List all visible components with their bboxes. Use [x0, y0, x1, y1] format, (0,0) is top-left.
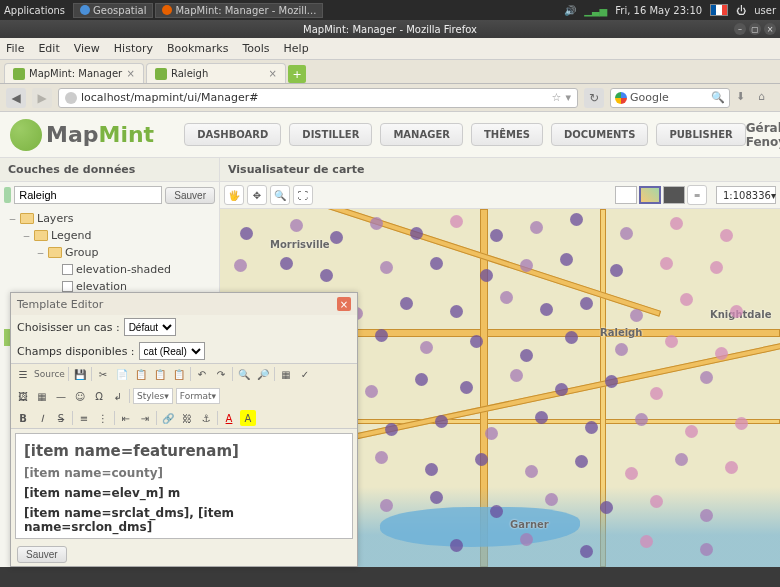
close-tab-icon[interactable]: ×: [127, 68, 135, 79]
current-user[interactable]: user: [754, 5, 776, 16]
nav-documents[interactable]: DOCUMENTS: [551, 123, 648, 146]
nav-publisher[interactable]: PUBLISHER: [656, 123, 745, 146]
numlist-icon[interactable]: ≡: [76, 410, 92, 426]
paste-icon[interactable]: 📋: [133, 366, 149, 382]
image-icon[interactable]: 🖼: [15, 388, 31, 404]
power-icon[interactable]: ⏻: [736, 5, 746, 16]
menu-edit[interactable]: Edit: [38, 42, 59, 55]
paste-word-icon[interactable]: 📋: [171, 366, 187, 382]
tab-raleigh[interactable]: Raleigh×: [146, 63, 286, 83]
checkbox-icon[interactable]: [62, 281, 73, 292]
search-engine-select[interactable]: Google🔍: [610, 88, 730, 108]
map-dot: [585, 421, 598, 434]
reload-button[interactable]: ↻: [584, 88, 604, 108]
fields-select[interactable]: cat (Real): [139, 342, 205, 360]
task-geospatial[interactable]: Geospatial: [73, 3, 153, 18]
tree-legend[interactable]: −Legend: [4, 227, 215, 244]
template-save-button[interactable]: Sauver: [17, 546, 67, 563]
smiley-icon[interactable]: ☺: [72, 388, 88, 404]
menu-view[interactable]: View: [74, 42, 100, 55]
indent-icon[interactable]: ⇥: [137, 410, 153, 426]
outdent-icon[interactable]: ⇤: [118, 410, 134, 426]
tree-root[interactable]: −Layers: [4, 210, 215, 227]
home-icon[interactable]: ⌂: [758, 90, 774, 106]
layers-toggle[interactable]: ≡: [687, 185, 707, 205]
bold-icon[interactable]: B: [15, 410, 31, 426]
anchor-icon[interactable]: ⚓: [198, 410, 214, 426]
save-layers-button[interactable]: Sauver: [165, 187, 215, 204]
menu-tools[interactable]: Tools: [242, 42, 269, 55]
strike-icon[interactable]: S: [53, 410, 69, 426]
spell-icon[interactable]: ✓: [297, 366, 313, 382]
window-close[interactable]: ×: [764, 23, 776, 35]
keyboard-layout-icon[interactable]: [710, 4, 728, 16]
forward-button[interactable]: ▶: [32, 88, 52, 108]
special-icon[interactable]: Ω: [91, 388, 107, 404]
applications-menu[interactable]: Applications: [4, 5, 65, 16]
download-icon[interactable]: ⬇: [736, 90, 752, 106]
table-icon[interactable]: ▦: [34, 388, 50, 404]
source-btn[interactable]: ☰: [15, 366, 31, 382]
nav-themes[interactable]: THÊMES: [471, 123, 543, 146]
window-minimize[interactable]: –: [734, 23, 746, 35]
link-icon[interactable]: 🔗: [160, 410, 176, 426]
close-tab-icon[interactable]: ×: [269, 68, 277, 79]
task-firefox[interactable]: MapMint: Manager - Mozill...: [155, 3, 323, 18]
save-icon[interactable]: 💾: [72, 366, 88, 382]
nav-manager[interactable]: MANAGER: [380, 123, 463, 146]
italic-icon[interactable]: I: [34, 410, 50, 426]
scale-select[interactable]: 1:108336▾: [716, 186, 776, 204]
replace-icon[interactable]: 🔎: [255, 366, 271, 382]
url-input[interactable]: localhost/mapmint/ui/Manager#☆▾: [58, 88, 578, 108]
select-all-icon[interactable]: ▦: [278, 366, 294, 382]
basemap-blank[interactable]: [615, 186, 637, 204]
bgcolor-icon[interactable]: A: [240, 410, 256, 426]
unlink-icon[interactable]: ⛓: [179, 410, 195, 426]
tree-layer-0[interactable]: elevation-shaded: [4, 261, 215, 278]
star-icon[interactable]: ☆: [552, 91, 562, 104]
redo-icon[interactable]: ↷: [213, 366, 229, 382]
app-user[interactable]: Gérald Fenoy: [746, 121, 780, 149]
styles-select[interactable]: Styles ▾: [133, 388, 173, 404]
basemap-satellite[interactable]: [663, 186, 685, 204]
case-select[interactable]: Défaut: [124, 318, 176, 336]
menu-history[interactable]: History: [114, 42, 153, 55]
menu-bookmarks[interactable]: Bookmarks: [167, 42, 228, 55]
dropdown-icon[interactable]: ▾: [565, 91, 571, 104]
bullist-icon[interactable]: ⋮: [95, 410, 111, 426]
find-icon[interactable]: 🔍: [236, 366, 252, 382]
volume-icon[interactable]: 🔊: [564, 5, 576, 16]
move-tool[interactable]: ✥: [247, 185, 267, 205]
menu-help[interactable]: Help: [284, 42, 309, 55]
zoom-in-tool[interactable]: 🔍: [270, 185, 290, 205]
clock-date[interactable]: Fri, 16 May 23:10: [615, 5, 702, 16]
tab-manager[interactable]: MapMint: Manager×: [4, 63, 144, 83]
map-dot: [480, 269, 493, 282]
source-label[interactable]: Source: [34, 369, 65, 379]
break-icon[interactable]: ↲: [110, 388, 126, 404]
textcolor-icon[interactable]: A: [221, 410, 237, 426]
window-maximize[interactable]: ▢: [749, 23, 761, 35]
editor-body[interactable]: [item name=featurenam] [item name=county…: [15, 433, 353, 539]
paste-text-icon[interactable]: 📋: [152, 366, 168, 382]
nav-dashboard[interactable]: DASHBOARD: [184, 123, 281, 146]
close-icon[interactable]: ×: [337, 297, 351, 311]
format-select[interactable]: Format ▾: [176, 388, 220, 404]
checkbox-icon[interactable]: [62, 264, 73, 275]
menu-file[interactable]: File: [6, 42, 24, 55]
hr-icon[interactable]: —: [53, 388, 69, 404]
pan-tool[interactable]: 🖐: [224, 185, 244, 205]
copy-icon[interactable]: 📄: [114, 366, 130, 382]
nav-distiller[interactable]: DISTILLER: [289, 123, 372, 146]
mapmint-app: MapMint DASHBOARD DISTILLER MANAGER THÊM…: [0, 112, 780, 567]
template-editor-title[interactable]: Template Editor×: [11, 293, 357, 315]
map-dot: [330, 231, 343, 244]
undo-icon[interactable]: ↶: [194, 366, 210, 382]
basemap-osm[interactable]: [639, 186, 661, 204]
layer-name-input[interactable]: [14, 186, 162, 204]
cut-icon[interactable]: ✂: [95, 366, 111, 382]
tree-group[interactable]: −Group: [4, 244, 215, 261]
new-tab-button[interactable]: +: [288, 65, 306, 83]
zoom-extent-tool[interactable]: ⛶: [293, 185, 313, 205]
back-button[interactable]: ◀: [6, 88, 26, 108]
